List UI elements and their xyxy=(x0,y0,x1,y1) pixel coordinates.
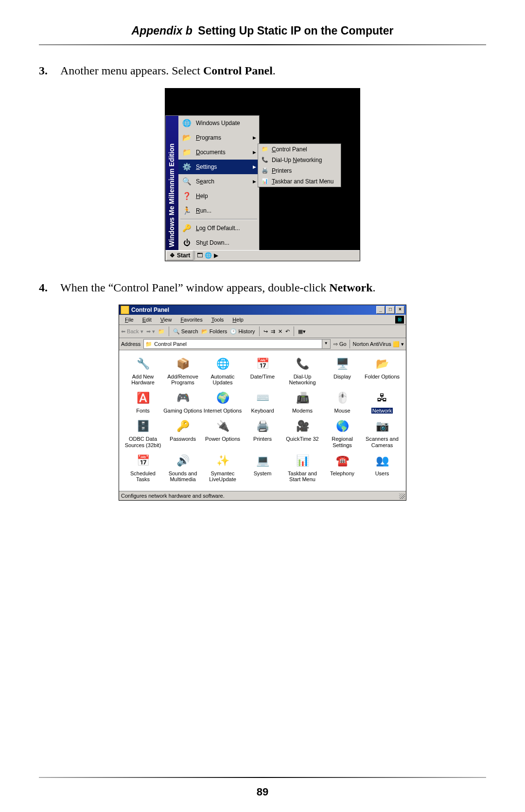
cp-item-icon: 🖧 xyxy=(374,390,390,406)
cp-item-icon: 📦 xyxy=(175,356,191,372)
cp-icon-folder-options[interactable]: 📂Folder Options xyxy=(362,356,402,390)
start-menu-item[interactable]: 📂Programs▶ xyxy=(178,130,259,145)
menu-file[interactable]: File xyxy=(121,316,138,324)
cp-item-icon: 🌎 xyxy=(334,418,350,434)
address-input[interactable]: 📁 Control Panel ▼ xyxy=(143,339,330,349)
start-menu: Windows Me Millennium Edition 🌐Windows U… xyxy=(165,115,260,251)
back-button[interactable]: ⬅ Back ▾ xyxy=(121,328,143,335)
page-header: Appendix b Setting Up Static IP on the C… xyxy=(39,24,486,37)
cp-icon-sounds-and-multimedia[interactable]: 🔊Sounds and Multimedia xyxy=(163,453,203,487)
ie-icon[interactable]: 🌐 xyxy=(205,252,212,259)
cp-item-icon: 🔑 xyxy=(175,418,191,434)
cp-icon-add-new-hardware[interactable]: 🔧Add New Hardware xyxy=(123,356,163,390)
cp-item-icon: ☎️ xyxy=(334,453,350,469)
copy-to-icon[interactable]: ⇉ xyxy=(271,328,275,335)
up-button[interactable]: 📁 xyxy=(158,328,165,335)
cp-icon-symantec-liveupdate[interactable]: ✨Symantec LiveUpdate xyxy=(203,453,243,487)
start-menu-item[interactable]: ⚙️Settings▶ xyxy=(178,160,259,174)
delete-icon[interactable]: ✕ xyxy=(278,328,282,335)
cp-icon-display[interactable]: 🖥️Display xyxy=(322,356,362,390)
start-menu-item[interactable]: ❓Help xyxy=(178,189,259,203)
cp-icon-power-options[interactable]: 🔌Power Options xyxy=(203,418,243,452)
address-dropdown-icon[interactable]: ▼ xyxy=(322,340,330,348)
views-button[interactable]: ▦▾ xyxy=(298,328,306,335)
forward-button[interactable]: ➡ ▾ xyxy=(146,328,155,335)
menu-favorites[interactable]: Favorites xyxy=(176,316,206,324)
history-button[interactable]: 🕑 History xyxy=(230,328,255,335)
cp-item-icon: 📊 xyxy=(295,453,310,469)
cp-icon-scheduled-tasks[interactable]: 📅Scheduled Tasks xyxy=(123,453,163,487)
search-button[interactable]: 🔍 Search xyxy=(173,328,198,335)
page-number: 89 xyxy=(0,786,525,798)
start-menu-item[interactable]: 🌐Windows Update xyxy=(178,116,259,130)
cp-icon-taskbar-and-start-menu[interactable]: 📊Taskbar and Start Menu xyxy=(282,453,322,487)
move-to-icon[interactable]: ↪ xyxy=(263,328,268,335)
throbber-icon: ⊞ xyxy=(395,316,404,324)
menu-edit[interactable]: Edit xyxy=(139,316,156,324)
cp-icon-quicktime-32[interactable]: 🎥QuickTime 32 xyxy=(282,418,322,452)
cp-icon-telephony[interactable]: ☎️Telephony xyxy=(322,453,362,487)
cp-item-icon: 🖱️ xyxy=(334,390,350,406)
cp-icon-system[interactable]: 💻System xyxy=(243,453,282,487)
maximize-button[interactable]: □ xyxy=(386,306,395,314)
cp-icon-passwords[interactable]: 🔑Passwords xyxy=(163,418,203,452)
cp-icon-odbc-data-sources-32bit-[interactable]: 🗄️ODBC Data Sources (32bit) xyxy=(123,418,163,452)
cp-icon-gaming-options[interactable]: 🎮Gaming Options xyxy=(163,390,203,418)
cp-item-icon: 🎮 xyxy=(175,390,191,406)
cp-icon-network[interactable]: 🖧Network xyxy=(362,390,402,418)
cp-item-icon: 📠 xyxy=(295,390,310,406)
step-4: 4. When the “Control Panel” window appea… xyxy=(39,280,486,296)
cp-icon-printers[interactable]: 🖨️Printers xyxy=(243,418,282,452)
start-menu-item[interactable]: 🏃Run... xyxy=(178,203,259,218)
cp-icon-keyboard[interactable]: ⌨️Keyboard xyxy=(243,390,282,418)
menu-view[interactable]: View xyxy=(157,316,176,324)
cp-item-icon: 📅 xyxy=(135,453,151,469)
norton-antivirus[interactable]: Norton AntiVirus 🟨 ▾ xyxy=(353,341,404,347)
submenu-item[interactable]: 📁Control Panel xyxy=(258,144,341,155)
undo-icon[interactable]: ↶ xyxy=(285,328,290,335)
menu-help[interactable]: Help xyxy=(228,316,247,324)
cp-icon-automatic-updates[interactable]: 🌐Automatic Updates xyxy=(203,356,243,390)
start-menu-item[interactable]: 📁Documents▶ xyxy=(178,145,259,160)
cp-icon-fonts[interactable]: 🅰️Fonts xyxy=(123,390,163,418)
media-player-icon[interactable]: ▶ xyxy=(214,252,218,259)
settings-submenu: 📁Control Panel📞Dial-Up Networking🖨️Print… xyxy=(258,144,341,187)
start-menu-brand-band: Windows Me Millennium Edition xyxy=(166,116,178,250)
cp-icon-mouse[interactable]: 🖱️Mouse xyxy=(322,390,362,418)
start-button[interactable]: ❖ Start xyxy=(166,251,193,260)
control-panel-small-icon: 📁 xyxy=(145,341,152,347)
submenu-item[interactable]: 🖨️Printers xyxy=(258,165,341,176)
go-button[interactable]: ⇨ Go xyxy=(333,341,347,347)
start-menu-item[interactable]: 🔑Log Off Default... xyxy=(178,221,259,235)
resize-grip-icon[interactable] xyxy=(399,493,405,499)
folders-button[interactable]: 📂 Folders xyxy=(201,328,228,335)
menu-tools[interactable]: Tools xyxy=(208,316,228,324)
submenu-item[interactable]: 📊Taskbar and Start Menu xyxy=(258,176,341,187)
cp-icon-internet-options[interactable]: 🌍Internet Options xyxy=(203,390,243,418)
menu-item-icon: 🔑 xyxy=(181,223,192,234)
submenu-item[interactable]: 📞Dial-Up Networking xyxy=(258,155,341,165)
submenu-item-icon: 📁 xyxy=(261,145,269,153)
cp-item-icon: ⌨️ xyxy=(255,390,270,406)
start-menu-item[interactable]: ⏻Shut Down... xyxy=(178,235,259,250)
cp-icon-scanners-and-cameras[interactable]: 📷Scanners and Cameras xyxy=(362,418,402,452)
cp-item-icon: 💻 xyxy=(255,453,270,469)
minimize-button[interactable]: _ xyxy=(376,306,385,314)
start-menu-item[interactable]: 🔍Search▶ xyxy=(178,174,259,189)
cp-icon-regional-settings[interactable]: 🌎Regional Settings xyxy=(322,418,362,452)
cp-icon-dial-up-networking[interactable]: 📞Dial-Up Networking xyxy=(282,356,322,390)
cp-icon-modems[interactable]: 📠Modems xyxy=(282,390,322,418)
menu-item-icon: 🌐 xyxy=(181,118,192,128)
taskbar: ❖ Start 🗔 🌐 ▶ xyxy=(165,250,360,261)
cp-icon-add-remove-programs[interactable]: 📦Add/Remove Programs xyxy=(163,356,203,390)
submenu-item-icon: 🖨️ xyxy=(261,167,269,175)
close-button[interactable]: × xyxy=(396,306,404,314)
cp-icon-users[interactable]: 👥Users xyxy=(362,453,402,487)
cp-item-icon: 🌐 xyxy=(215,356,230,372)
show-desktop-icon[interactable]: 🗔 xyxy=(197,252,203,259)
cp-item-icon: 📞 xyxy=(295,356,310,372)
cp-icon-date-time[interactable]: 📅Date/Time xyxy=(243,356,282,390)
menu-item-icon: ❓ xyxy=(181,191,192,201)
window-title: Control Panel xyxy=(131,307,169,313)
cp-item-icon: ✨ xyxy=(215,453,230,469)
